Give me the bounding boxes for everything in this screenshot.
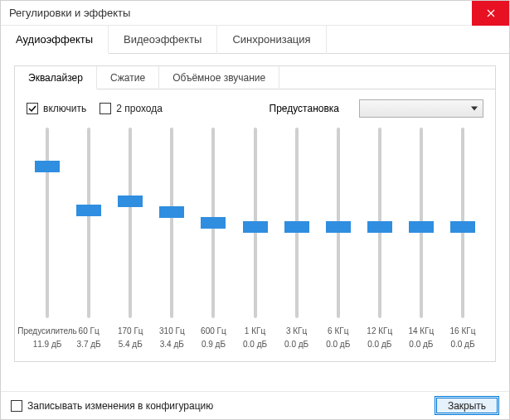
band-freq: 600 Гц [201, 326, 226, 338]
band-600hz: 600 Гц 0.9 дБ [192, 128, 234, 351]
tab-synchronization[interactable]: Синхронизация [217, 26, 326, 54]
band-thumb[interactable] [367, 221, 392, 233]
band-freq: 170 Гц [118, 326, 143, 338]
band-track[interactable] [211, 128, 215, 318]
band-thumb[interactable] [243, 221, 268, 233]
preamp-track[interactable] [46, 128, 49, 318]
band-gain: 0.0 дБ [243, 340, 267, 351]
band-6khz: 6 КГц 0.0 дБ [318, 128, 359, 351]
close-icon [487, 9, 495, 17]
band-track[interactable] [170, 128, 173, 318]
equalizer: Предусилитель 11.9 дБ 60 Гц 3.7 дБ 170 Г… [15, 124, 495, 361]
band-60hz: 60 Гц 3.7 дБ [68, 128, 109, 351]
band-thumb[interactable] [118, 196, 143, 207]
preamp-thumb[interactable] [35, 161, 60, 172]
band-freq: 3 КГц [286, 326, 307, 338]
tab-content: Эквалайзер Сжатие Объёмное звучание вклю… [1, 54, 509, 370]
band-freq: 12 КГц [367, 326, 392, 338]
window-close-button[interactable] [472, 1, 509, 26]
band-14khz: 14 КГц 0.0 дБ [401, 128, 442, 351]
band-gain: 0.0 дБ [450, 340, 474, 351]
main-tab-strip: Аудиоэффекты Видеоэффекты Синхронизация [1, 26, 509, 54]
band-thumb[interactable] [159, 206, 184, 218]
band-gain: 0.0 дБ [326, 340, 350, 351]
band-thumb[interactable] [409, 221, 434, 233]
band-track[interactable] [129, 128, 132, 318]
titlebar: Регулировки и эффекты [1, 1, 509, 26]
enable-label: включить [43, 103, 86, 114]
sub-tab-container: Эквалайзер Сжатие Объёмное звучание вклю… [14, 65, 496, 362]
band-gain: 0.0 дБ [284, 340, 308, 351]
band-thumb[interactable] [201, 217, 226, 229]
eq-controls-row: включить 2 прохода Предустановка [15, 89, 495, 124]
checkbox-box [11, 400, 22, 412]
subtab-compression[interactable]: Сжатие [97, 66, 159, 89]
subtab-spatializer[interactable]: Объёмное звучание [159, 66, 279, 89]
band-170hz: 170 Гц 5.4 дБ [109, 128, 151, 351]
window-title: Регулировки и эффекты [9, 7, 130, 19]
band-freq: 6 КГц [328, 326, 348, 338]
band-gain: 0.0 дБ [367, 340, 391, 351]
effects-window: Регулировки и эффекты Аудиоэффекты Видео… [0, 0, 510, 420]
band-freq: 60 Гц [79, 326, 100, 338]
band-freq: 310 Гц [159, 326, 185, 338]
band-16khz: 16 КГц 0.0 дБ [442, 128, 483, 351]
chevron-down-icon [471, 107, 478, 111]
band-gain: 3.7 дБ [77, 340, 101, 351]
band-gain: 5.4 дБ [119, 340, 143, 351]
subtab-equalizer[interactable]: Эквалайзер [15, 66, 97, 89]
band-track[interactable] [461, 128, 464, 318]
tab-audio-effects[interactable]: Аудиоэффекты [1, 26, 109, 54]
band-1khz: 1 КГц 0.0 дБ [234, 128, 275, 351]
band-freq: 14 КГц [408, 326, 434, 338]
preamp-gain: 11.9 дБ [33, 340, 62, 351]
band-thumb[interactable] [326, 221, 351, 233]
save-config-label: Записывать изменения в конфигурацию [27, 400, 213, 412]
band-thumb[interactable] [450, 221, 475, 233]
two-pass-checkbox[interactable]: 2 прохода [100, 103, 163, 114]
checkbox-box [27, 103, 38, 114]
close-button[interactable]: Закрыть [435, 396, 499, 415]
check-icon [28, 104, 36, 113]
band-track[interactable] [378, 128, 381, 318]
band-track[interactable] [420, 128, 423, 318]
save-config-checkbox[interactable]: Записывать изменения в конфигурацию [11, 400, 213, 412]
band-track[interactable] [337, 128, 340, 318]
tab-video-effects[interactable]: Видеоэффекты [109, 26, 217, 54]
band-310hz: 310 Гц 3.4 дБ [151, 128, 192, 351]
band-thumb[interactable] [284, 221, 309, 233]
band-track[interactable] [87, 128, 90, 318]
checkbox-box [100, 103, 111, 114]
band-gain: 0.0 дБ [409, 340, 433, 351]
band-gain: 3.4 дБ [160, 340, 184, 351]
band-track[interactable] [295, 128, 299, 318]
band-thumb[interactable] [76, 205, 101, 216]
band-freq: 1 КГц [245, 326, 265, 338]
preset-label: Предустановка [270, 103, 339, 114]
footer: Записывать изменения в конфигурацию Закр… [1, 391, 509, 419]
band-3khz: 3 КГц 0.0 дБ [276, 128, 318, 351]
band-12khz: 12 КГц 0.0 дБ [359, 128, 401, 351]
preset-dropdown[interactable] [359, 99, 483, 118]
enable-checkbox[interactable]: включить [27, 103, 86, 114]
preamp-band: Предусилитель 11.9 дБ [27, 128, 68, 351]
band-freq: 16 КГц [450, 326, 476, 338]
band-gain: 0.9 дБ [202, 340, 226, 351]
band-track[interactable] [254, 128, 257, 318]
sub-tab-strip: Эквалайзер Сжатие Объёмное звучание [15, 66, 495, 89]
two-pass-label: 2 прохода [116, 103, 163, 114]
